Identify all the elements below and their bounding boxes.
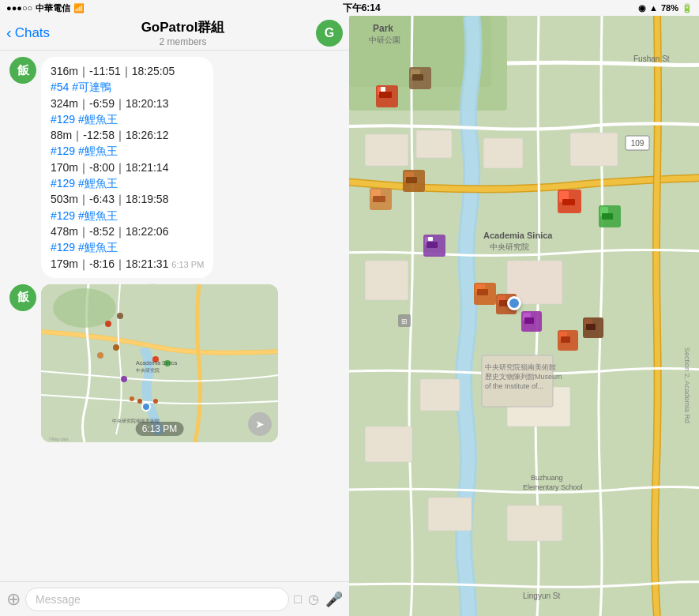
map-share-button[interactable]: ➤ <box>248 412 272 436</box>
avatar-letter: G <box>325 26 334 40</box>
svg-rect-29 <box>365 426 412 462</box>
pokemon-link-2[interactable]: #129 #鯉魚王 <box>51 113 118 126</box>
msg-line-1: 316m｜-11:51｜18:25:05 <box>51 63 204 79</box>
battery-percent: 78% <box>661 3 678 13</box>
mini-map-svg: Academia Sinica 中央研究院 中央研究院嶺南美術館 ©Map da… <box>41 284 278 442</box>
status-bar: ●●●○○ 中華電信 📶 下午6:14 ◉ ▲ 78% 🔋 <box>0 0 699 16</box>
attach-icon[interactable]: ⊕ <box>6 589 21 610</box>
mic-icon[interactable]: 🎤 <box>325 591 343 608</box>
sticker-icon[interactable]: □ <box>294 592 302 607</box>
svg-point-13 <box>142 403 150 411</box>
svg-text:Lingyun St: Lingyun St <box>523 592 560 600</box>
svg-text:©Map data: ©Map data <box>49 437 69 441</box>
svg-rect-83 <box>561 336 570 343</box>
svg-point-5 <box>113 344 119 351</box>
svg-text:Buzhuang: Buzhuang <box>531 474 563 482</box>
map-bubble[interactable]: Academia Sinica 中央研究院 中央研究院嶺南美術館 ©Map da… <box>41 284 278 442</box>
msg-line-13: 179m｜-8:16｜18:21:31 6:13 PM <box>51 256 204 272</box>
pokemon-link-1[interactable]: #54 #可達鴨 <box>51 81 111 93</box>
msg-line-9: 503m｜-6:43｜18:19:58 <box>51 191 204 207</box>
signal-dots: ●●●○○ <box>6 3 32 13</box>
msg-line-3: 324m｜-6:59｜18:20:13 <box>51 96 204 111</box>
svg-text:Elementary School: Elementary School <box>523 483 583 491</box>
svg-point-9 <box>130 396 134 401</box>
map-message-group: 飯 <box>9 284 340 442</box>
msg-line-10: #129 #鯉魚王 <box>51 208 204 223</box>
svg-point-10 <box>137 399 142 404</box>
pokemon-link-3[interactable]: #129 #鯉魚王 <box>51 145 118 157</box>
pokemon-link-4[interactable]: #129 #鯉魚王 <box>51 177 118 190</box>
map-message-container: Academia Sinica 中央研究院 中央研究院嶺南美術館 ©Map da… <box>41 284 278 442</box>
msg-line-5: 88m｜-12:58｜18:26:12 <box>51 127 204 143</box>
svg-point-12 <box>153 399 158 404</box>
svg-rect-71 <box>602 213 613 220</box>
messages-area[interactable]: 🐻 飯 316m｜-11:51｜18:25:05 #54 #可達鴨 324m｜-… <box>0 51 349 581</box>
svg-text:Academia Sinica: Academia Sinica <box>483 231 553 240</box>
user-location-dot <box>507 296 521 310</box>
wifi-icon: 📶 <box>73 3 85 13</box>
svg-text:Park: Park <box>373 23 393 34</box>
message-placeholder: Message <box>36 593 81 606</box>
battery-icon: 🔋 <box>682 3 693 13</box>
status-time: 下午6:14 <box>343 2 381 15</box>
svg-text:⊞: ⊞ <box>401 317 408 325</box>
status-right-area: ◉ ▲ 78% 🔋 <box>638 3 693 13</box>
share-icon: ➤ <box>255 418 265 430</box>
svg-text:Fushan St: Fushan St <box>633 54 670 63</box>
message-bubble-area: 316m｜-11:51｜18:25:05 #54 #可達鴨 324m｜-6:59… <box>41 57 213 278</box>
msg-line-4: #129 #鯉魚王 <box>51 111 204 127</box>
msg-line-11: 478m｜-8:52｜18:22:06 <box>51 223 204 239</box>
msg-line-6: #129 #鯉魚王 <box>51 143 204 159</box>
chat-panel: ‹ Chats GoPatrol群組 2 members G 🐻 飯 316m｜… <box>0 16 349 616</box>
svg-rect-64 <box>427 242 438 248</box>
svg-text:109: 109 <box>631 139 645 148</box>
svg-point-3 <box>117 313 123 319</box>
msg-line-7: 170m｜-8:00｜18:21:14 <box>51 160 204 175</box>
svg-rect-61 <box>406 177 417 183</box>
svg-text:中研公園: 中研公園 <box>369 36 400 44</box>
svg-rect-27 <box>420 379 460 411</box>
svg-rect-26 <box>365 261 408 300</box>
app-container: ‹ Chats GoPatrol群組 2 members G 🐻 飯 316m｜… <box>0 16 699 616</box>
svg-rect-51 <box>379 92 392 98</box>
sender-avatar: 飯 <box>9 57 36 84</box>
svg-rect-52 <box>381 87 385 92</box>
msg-last-line: 179m｜-8:16｜18:21:31 <box>51 257 171 270</box>
input-bar: ⊕ Message □ ◷ 🎤 <box>0 581 349 616</box>
msg-line-8: #129 #鯉魚王 <box>51 175 204 191</box>
pokemon-link-6[interactable]: #129 #鯉魚王 <box>51 241 118 254</box>
message-input[interactable]: Message <box>25 588 289 611</box>
back-label: Chats <box>15 25 50 41</box>
back-button[interactable]: ‹ Chats <box>6 24 50 42</box>
group-avatar[interactable]: G <box>316 20 343 47</box>
svg-rect-65 <box>428 237 433 241</box>
map-panel[interactable]: 109 Park 中研公園 Fushan St Academia Sinica … <box>349 16 699 616</box>
members-count: 2 members <box>50 36 316 47</box>
msg-line-12: #129 #鯉魚王 <box>51 239 204 255</box>
nav-title-area: GoPatrol群組 2 members <box>50 18 316 47</box>
carrier-name: 中華電信 <box>36 2 70 14</box>
msg-time-1: 6:13 PM <box>171 260 204 269</box>
svg-rect-58 <box>373 196 385 202</box>
message-group: 飯 316m｜-11:51｜18:25:05 #54 #可達鴨 324m｜-6:… <box>9 57 340 278</box>
svg-point-6 <box>121 376 127 382</box>
svg-rect-80 <box>524 317 534 324</box>
svg-text:Academia Sinica: Academia Sinica <box>136 360 177 366</box>
pokemon-link-5[interactable]: #129 #鯉魚王 <box>51 209 118 222</box>
svg-rect-21 <box>365 134 408 166</box>
svg-text:中央研究院: 中央研究院 <box>490 242 529 251</box>
svg-point-2 <box>105 321 111 327</box>
svg-text:中央研究院嶺南美術館: 中央研究院嶺南美術館 <box>485 363 556 371</box>
svg-rect-86 <box>586 324 596 330</box>
msg-line-2: #54 #可達鴨 <box>51 79 204 95</box>
svg-text:歷史文物陳列館Museum: 歷史文物陳列館Museum <box>485 373 562 381</box>
svg-rect-22 <box>416 130 452 158</box>
svg-point-4 <box>97 352 103 359</box>
input-right-icons: □ ◷ 🎤 <box>294 591 343 608</box>
gps-icon: ▲ <box>649 3 658 13</box>
clock-icon[interactable]: ◷ <box>308 592 319 607</box>
svg-rect-74 <box>477 289 488 295</box>
map-thumbnail[interactable]: Academia Sinica 中央研究院 中央研究院嶺南美術館 ©Map da… <box>41 284 278 442</box>
svg-rect-30 <box>428 498 472 531</box>
svg-rect-68 <box>562 199 575 205</box>
